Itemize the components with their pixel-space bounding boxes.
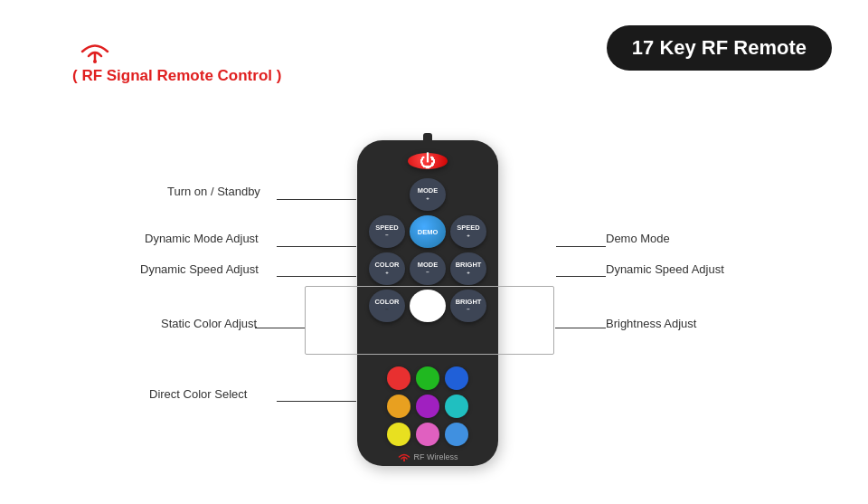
rf-signal-icon xyxy=(72,36,118,63)
color-dot-lightblue[interactable] xyxy=(445,423,468,446)
svg-point-1 xyxy=(403,460,405,461)
rf-wireless-text: RF Wireless xyxy=(414,452,458,461)
power-button[interactable]: ⏻ xyxy=(408,153,448,169)
svg-point-0 xyxy=(93,60,97,63)
annotation-dynamic-speed-right: Dynamic Speed Adjust xyxy=(606,262,724,276)
mode-minus-button[interactable]: MODE − xyxy=(410,252,446,285)
remote-control: ⏻ MODE + SPEED − DEMO SPEED + COLOR + MO… xyxy=(357,140,498,466)
color-dot-purple[interactable] xyxy=(416,395,439,418)
bright-plus-button[interactable]: BRIGHT + xyxy=(450,252,486,285)
color-dot-pink[interactable] xyxy=(416,423,439,446)
speed-plus-button[interactable]: SPEED + xyxy=(450,215,486,248)
line-turn-on xyxy=(277,199,356,200)
line-dynamic-speed-right xyxy=(556,276,606,277)
color-row-3 xyxy=(387,423,468,446)
power-icon: ⏻ xyxy=(420,153,436,169)
color-dot-green[interactable] xyxy=(416,366,439,390)
color-row-2 xyxy=(387,395,468,418)
rf-waves-small-icon xyxy=(398,452,410,461)
button-grid: MODE + SPEED − DEMO SPEED + COLOR + MODE… xyxy=(369,178,486,359)
line-direct-color xyxy=(277,401,356,402)
rf-wireless-label: RF Wireless xyxy=(398,452,458,461)
line-demo-mode xyxy=(556,246,606,247)
demo-button[interactable]: DEMO xyxy=(410,215,446,248)
color-dot-cyan[interactable] xyxy=(445,395,468,418)
color-dot-blue[interactable] xyxy=(445,366,468,390)
annotation-turn-on: Turn on / Standby xyxy=(167,185,260,198)
line-dynamic-speed-left xyxy=(277,276,356,277)
annotation-dynamic-mode: Dynamic Mode Adjust xyxy=(145,232,259,245)
rf-signal-area: ( RF Signal Remote Control ) xyxy=(72,36,281,85)
title-badge: 17 Key RF Remote xyxy=(607,25,832,71)
mode-plus-button[interactable]: MODE + xyxy=(410,178,446,211)
white-button[interactable] xyxy=(410,290,446,322)
line-static-color xyxy=(255,328,305,328)
color-row-1 xyxy=(387,366,468,390)
rf-signal-text: ( RF Signal Remote Control ) xyxy=(72,67,281,84)
line-brightness xyxy=(555,328,606,328)
speed-minus-button[interactable]: SPEED − xyxy=(369,215,405,248)
color-plus-button[interactable]: COLOR + xyxy=(369,252,405,285)
annotation-brightness: Brightness Adjust xyxy=(606,317,696,330)
color-dot-orange[interactable] xyxy=(387,395,410,418)
title-text: 17 Key RF Remote xyxy=(632,36,807,59)
annotation-direct-color: Direct Color Select xyxy=(149,387,247,401)
annotation-demo-mode: Demo Mode xyxy=(606,232,670,245)
color-dot-red[interactable] xyxy=(387,366,410,390)
annotation-dynamic-speed-left: Dynamic Speed Adjust xyxy=(140,262,259,276)
bright-minus-button[interactable]: BRIGHT − xyxy=(450,290,486,322)
color-minus-button[interactable]: COLOR − xyxy=(369,290,405,322)
color-dot-yellow[interactable] xyxy=(387,423,410,446)
annotation-static-color: Static Color Adjust xyxy=(161,317,257,330)
line-dynamic-mode xyxy=(277,246,356,247)
